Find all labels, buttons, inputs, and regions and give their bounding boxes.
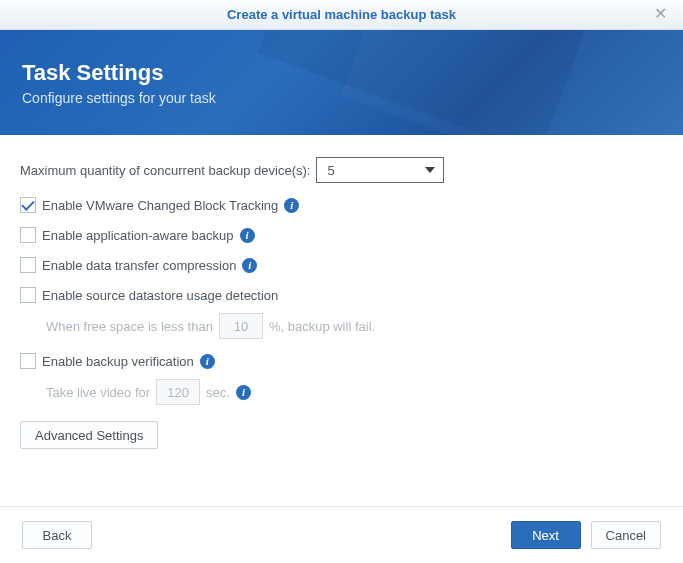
titlebar: Create a virtual machine backup task ✕ xyxy=(0,0,683,30)
max-concurrent-value: 5 xyxy=(327,163,334,178)
appaware-checkbox[interactable] xyxy=(20,227,36,243)
info-icon[interactable]: i xyxy=(240,228,255,243)
page-title: Task Settings xyxy=(22,60,661,86)
max-concurrent-row: Maximum quantity of concurrent backup de… xyxy=(20,157,663,183)
cbt-label: Enable VMware Changed Block Tracking xyxy=(42,198,278,213)
compress-label: Enable data transfer compression xyxy=(42,258,236,273)
datastore-sub-prefix: When free space is less than xyxy=(46,319,213,334)
verify-sub-prefix: Take live video for xyxy=(46,385,150,400)
banner: Task Settings Configure settings for you… xyxy=(0,30,683,135)
info-icon[interactable]: i xyxy=(284,198,299,213)
appaware-row: Enable application-aware backup i xyxy=(20,227,663,243)
datastore-checkbox[interactable] xyxy=(20,287,36,303)
cbt-row: Enable VMware Changed Block Tracking i xyxy=(20,197,663,213)
close-icon[interactable]: ✕ xyxy=(651,5,669,23)
max-concurrent-select[interactable]: 5 xyxy=(316,157,444,183)
cancel-button[interactable]: Cancel xyxy=(591,521,661,549)
advanced-wrap: Advanced Settings xyxy=(20,421,663,449)
compress-checkbox[interactable] xyxy=(20,257,36,273)
window-title: Create a virtual machine backup task xyxy=(227,7,456,22)
form-content: Maximum quantity of concurrent backup de… xyxy=(0,135,683,449)
datastore-threshold-input[interactable] xyxy=(219,313,263,339)
datastore-label: Enable source datastore usage detection xyxy=(42,288,278,303)
appaware-label: Enable application-aware backup xyxy=(42,228,234,243)
next-button[interactable]: Next xyxy=(511,521,581,549)
datastore-sub-row: When free space is less than %, backup w… xyxy=(46,313,663,339)
info-icon[interactable]: i xyxy=(236,385,251,400)
verify-duration-input[interactable] xyxy=(156,379,200,405)
page-subtitle: Configure settings for your task xyxy=(22,90,661,106)
max-concurrent-label: Maximum quantity of concurrent backup de… xyxy=(20,163,310,178)
info-icon[interactable]: i xyxy=(200,354,215,369)
cbt-checkbox[interactable] xyxy=(20,197,36,213)
verify-checkbox[interactable] xyxy=(20,353,36,369)
info-icon[interactable]: i xyxy=(242,258,257,273)
verify-row: Enable backup verification i xyxy=(20,353,663,369)
back-button[interactable]: Back xyxy=(22,521,92,549)
advanced-settings-button[interactable]: Advanced Settings xyxy=(20,421,158,449)
datastore-row: Enable source datastore usage detection xyxy=(20,287,663,303)
verify-sub-suffix: sec. xyxy=(206,385,230,400)
verify-sub-row: Take live video for sec. i xyxy=(46,379,663,405)
footer: Back Next Cancel xyxy=(0,506,683,563)
compress-row: Enable data transfer compression i xyxy=(20,257,663,273)
chevron-down-icon xyxy=(425,167,435,173)
footer-right: Next Cancel xyxy=(511,521,661,549)
verify-label: Enable backup verification xyxy=(42,354,194,369)
datastore-sub-suffix: %, backup will fail. xyxy=(269,319,375,334)
